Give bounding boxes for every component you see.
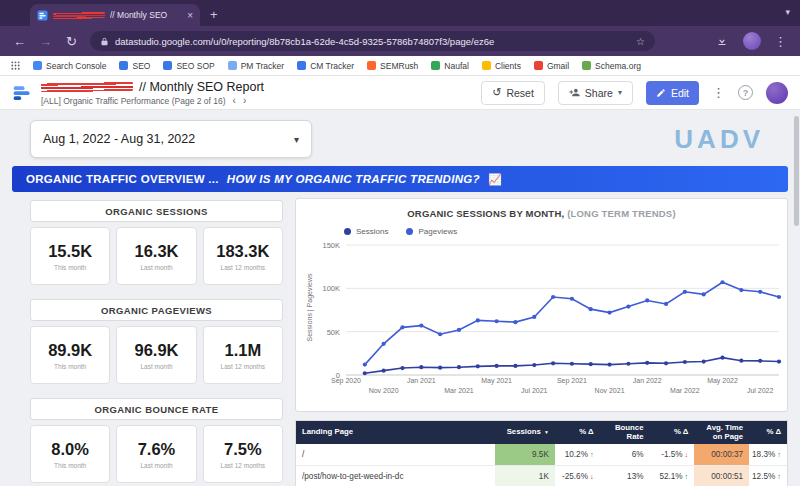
- date-range-value: Aug 1, 2022 - Aug 31, 2022: [43, 132, 195, 146]
- table-row[interactable]: /9.5K10.2%↑6%-1.5%↓00:00:3718.3%↑: [296, 444, 787, 466]
- cell-value: 1K: [539, 472, 549, 481]
- datastudio-favicon-icon: [37, 10, 48, 21]
- bookmark-star-icon[interactable]: ☆: [636, 36, 645, 47]
- reload-icon[interactable]: ↻: [64, 35, 79, 48]
- bookmark-item[interactable]: SEMRush: [367, 61, 418, 71]
- bookmarks-bar-items: Search ConsoleSEOSEO SOPPM TrackerCM Tra…: [33, 61, 641, 71]
- new-tab-button[interactable]: +: [210, 7, 218, 22]
- tab-search-chevron-icon[interactable]: ▾: [785, 7, 790, 17]
- scorecard-caption: This month: [54, 264, 86, 271]
- table-header-cell[interactable]: Sessions▼: [495, 421, 555, 444]
- bookmark-item[interactable]: SEO SOP: [163, 61, 214, 71]
- legend-dot-icon: [406, 228, 413, 235]
- table-cell: -1.5%↓: [650, 444, 695, 465]
- x-axis-tick-label: Jul 2022: [738, 387, 782, 394]
- delta-up-icon: ↑: [590, 450, 594, 459]
- table-header-label: % Δ: [579, 428, 593, 437]
- bookmark-label: SEO SOP: [176, 61, 214, 71]
- table-cell: /post/how-to-get-weed-in-dc: [296, 466, 495, 486]
- bookmark-item[interactable]: Schema.org: [582, 61, 641, 71]
- bookmark-item[interactable]: Naufal: [431, 61, 469, 71]
- scorecard-value: 15.5K: [48, 242, 92, 261]
- bookmark-favicon-icon: [482, 61, 491, 70]
- breadcrumb: [ALL] Organic Traffic Performance (Page …: [41, 96, 264, 106]
- x-axis-tick-label: Jul 2021: [512, 387, 556, 394]
- address-bar[interactable]: datastudio.google.com/u/0/reporting/8b78…: [90, 31, 655, 51]
- redacted-client-name-scribble: [41, 81, 133, 93]
- bookmark-item[interactable]: Search Console: [33, 61, 106, 71]
- bookmark-item[interactable]: PM Tracker: [228, 61, 284, 71]
- lock-icon[interactable]: [100, 37, 109, 46]
- x-axis-tick-label: Nov 2020: [362, 387, 406, 394]
- bookmark-favicon-icon: [228, 61, 237, 70]
- report-title[interactable]: // Monthly SEO Report: [41, 80, 264, 94]
- y-axis-title: Sessions | Pageviews: [306, 238, 313, 378]
- chart-increasing-emoji: 📈: [488, 173, 502, 186]
- table-header-label: % Δ: [674, 428, 688, 437]
- browser-menu-icon[interactable]: ⋮: [773, 35, 788, 48]
- legend-item[interactable]: Sessions: [344, 227, 388, 236]
- download-icon[interactable]: [716, 35, 731, 47]
- table-header-cell[interactable]: % Δ: [749, 421, 787, 444]
- table-header-cell[interactable]: Landing Page: [296, 421, 495, 444]
- bookmark-label: Naufal: [444, 61, 469, 71]
- x-axis-tick-label: Jan 2021: [399, 377, 443, 384]
- apps-grid-icon[interactable]: [10, 60, 21, 71]
- bookmark-label: SEO: [132, 61, 150, 71]
- table-cell: 12.5%↑: [749, 466, 787, 486]
- scorecard: 1.1MLast 12 months: [203, 326, 283, 384]
- landing-page-table: Landing PageSessions▼% ΔBounce Rate% ΔAv…: [295, 420, 788, 486]
- datastudio-logo-icon[interactable]: [12, 83, 32, 103]
- prev-page-icon[interactable]: ‹: [233, 96, 236, 106]
- cell-value: -1.5%: [661, 450, 682, 459]
- reset-button[interactable]: ↺ Reset: [481, 81, 545, 105]
- bookmark-favicon-icon: [119, 61, 128, 70]
- y-axis-tick-label: 50K: [300, 328, 340, 337]
- page-scrollbar[interactable]: [794, 116, 799, 226]
- x-axis-tick-label: May 2021: [475, 377, 519, 384]
- share-button[interactable]: Share ▾: [558, 81, 633, 105]
- next-page-icon[interactable]: ›: [243, 96, 246, 106]
- x-axis-tick-label: Mar 2022: [663, 387, 707, 394]
- browser-tab[interactable]: // Monthly SEO ×: [30, 4, 200, 26]
- share-person-add-icon: [569, 87, 580, 98]
- scorecard-tiles: 8.0%This month7.6%Last month7.5%Last 12 …: [30, 425, 283, 483]
- scorecard: 7.5%Last 12 months: [203, 425, 283, 483]
- bookmark-item[interactable]: Clients: [482, 61, 521, 71]
- bookmark-item[interactable]: SEO: [119, 61, 150, 71]
- bookmark-label: Schema.org: [595, 61, 641, 71]
- scorecard: 7.6%Last month: [116, 425, 196, 483]
- bookmark-item[interactable]: CM Tracker: [297, 61, 354, 71]
- report-title-text: // Monthly SEO Report: [139, 80, 264, 94]
- back-icon[interactable]: ←: [12, 35, 27, 48]
- forward-icon[interactable]: →: [38, 35, 53, 48]
- help-icon[interactable]: ?: [738, 85, 753, 100]
- legend-item[interactable]: Pageviews: [406, 227, 457, 236]
- datastudio-header: // Monthly SEO Report [ALL] Organic Traf…: [0, 76, 800, 110]
- table-header-cell[interactable]: Avg. Time on Page: [694, 421, 749, 444]
- tab-close-icon[interactable]: ×: [187, 10, 193, 21]
- scorecard-value: 1.1M: [224, 341, 261, 360]
- x-axis-tick-label: May 2022: [701, 377, 745, 384]
- scorecard-caption: Last 12 months: [221, 462, 265, 469]
- bookmark-label: CM Tracker: [310, 61, 354, 71]
- edit-button[interactable]: Edit: [646, 81, 699, 105]
- more-options-icon[interactable]: ⋮: [712, 86, 725, 99]
- bookmark-item[interactable]: Gmail: [534, 61, 569, 71]
- banner-question: HOW IS MY ORGANIC TRAFFIC TRENDING?: [227, 173, 480, 185]
- table-header-cell[interactable]: % Δ: [650, 421, 695, 444]
- table-header-cell[interactable]: % Δ: [555, 421, 600, 444]
- scorecard-caption: This month: [54, 363, 86, 370]
- share-label: Share: [585, 87, 613, 99]
- browser-profile-avatar[interactable]: [743, 32, 761, 50]
- table-row[interactable]: /post/how-to-get-weed-in-dc1K-25.6%↓13%5…: [296, 466, 787, 486]
- date-range-selector[interactable]: Aug 1, 2022 - Aug 31, 2022 ▾: [30, 120, 312, 158]
- table-header-cell[interactable]: Bounce Rate: [600, 421, 650, 444]
- cell-value: 6%: [632, 450, 644, 459]
- y-axis-tick-label: 100K: [300, 284, 340, 293]
- browser-toolbar: ← → ↻ datastudio.google.com/u/0/reportin…: [0, 26, 800, 56]
- banner-title: ORGANIC TRAFFIC OVERVIEW ...: [26, 173, 219, 185]
- table-cell: /: [296, 444, 495, 465]
- legend-dot-icon: [344, 228, 351, 235]
- user-avatar[interactable]: [766, 82, 788, 104]
